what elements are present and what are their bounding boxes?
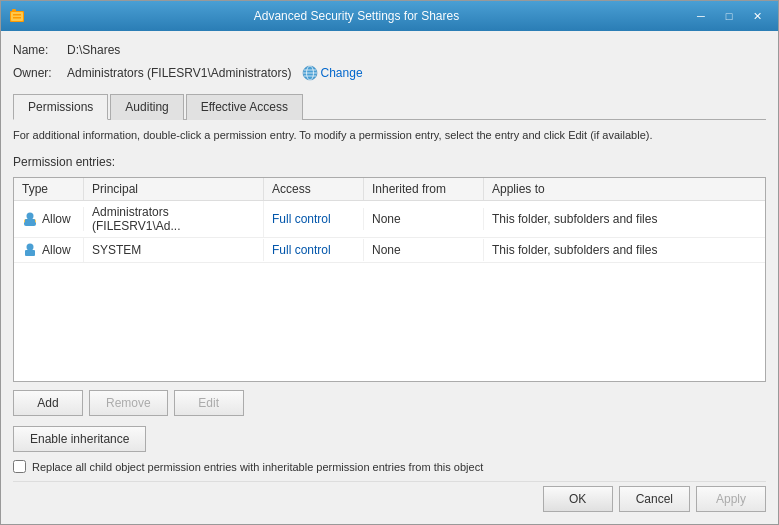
svg-point-10: [27, 213, 34, 220]
globe-icon: [302, 65, 318, 81]
row2-principal: SYSTEM: [84, 239, 264, 261]
name-value: D:\Shares: [67, 43, 120, 57]
cancel-button[interactable]: Cancel: [619, 486, 690, 512]
window-controls: ─ □ ✕: [688, 6, 770, 26]
table-row[interactable]: Allow SYSTEM Full control None This fold…: [14, 238, 765, 263]
row1-inherited: None: [364, 208, 484, 230]
footer-buttons: OK Cancel Apply: [13, 481, 766, 512]
tab-auditing[interactable]: Auditing: [110, 94, 183, 120]
row1-applies: This folder, subfolders and files: [484, 208, 765, 230]
window-title: Advanced Security Settings for Shares: [25, 9, 688, 23]
owner-row: Owner: Administrators (FILESRV1\Administ…: [13, 65, 766, 81]
row2-type: Allow: [14, 238, 84, 262]
inheritance-row: Enable inheritance: [13, 426, 766, 452]
col-header-access: Access: [264, 178, 364, 200]
checkbox-row: Replace all child object permission entr…: [13, 460, 766, 473]
name-label: Name:: [13, 43, 63, 57]
tab-permissions[interactable]: Permissions: [13, 94, 108, 120]
minimize-button[interactable]: ─: [688, 6, 714, 26]
owner-value: Administrators (FILESRV1\Administrators): [67, 66, 292, 80]
svg-rect-4: [13, 17, 21, 19]
svg-rect-14: [25, 219, 35, 225]
col-header-type: Type: [14, 178, 84, 200]
title-bar: Advanced Security Settings for Shares ─ …: [1, 1, 778, 31]
owner-label: Owner:: [13, 66, 63, 80]
name-row: Name: D:\Shares: [13, 43, 766, 57]
svg-rect-2: [11, 12, 23, 21]
main-window: Advanced Security Settings for Shares ─ …: [0, 0, 779, 525]
user-icon: [22, 211, 38, 227]
ok-button[interactable]: OK: [543, 486, 613, 512]
row2-inherited: None: [364, 239, 484, 261]
tab-bar: Permissions Auditing Effective Access: [13, 93, 766, 120]
change-label: Change: [321, 66, 363, 80]
row1-principal: Administrators (FILESRV1\Ad...: [84, 201, 264, 237]
table-row[interactable]: Allow Administrators (FILESRV1\Ad... Ful…: [14, 201, 765, 238]
row1-type: Allow: [14, 207, 84, 231]
enable-inheritance-button[interactable]: Enable inheritance: [13, 426, 146, 452]
maximize-button[interactable]: □: [716, 6, 742, 26]
permission-table: Type Principal Access Inherited from App…: [13, 177, 766, 382]
col-header-applies: Applies to: [484, 178, 765, 200]
action-buttons: Add Remove Edit: [13, 390, 766, 416]
user-icon: [22, 242, 38, 258]
dialog-content: Name: D:\Shares Owner: Administrators (F…: [1, 31, 778, 524]
svg-rect-16: [25, 250, 35, 256]
table-header: Type Principal Access Inherited from App…: [14, 178, 765, 201]
close-button[interactable]: ✕: [744, 6, 770, 26]
tab-effective-access[interactable]: Effective Access: [186, 94, 303, 120]
row2-applies: This folder, subfolders and files: [484, 239, 765, 261]
col-header-inherited: Inherited from: [364, 178, 484, 200]
svg-point-15: [27, 244, 34, 251]
remove-button[interactable]: Remove: [89, 390, 168, 416]
row2-access: Full control: [264, 239, 364, 261]
row1-access: Full control: [264, 208, 364, 230]
description-text: For additional information, double-click…: [13, 128, 766, 143]
add-button[interactable]: Add: [13, 390, 83, 416]
section-label: Permission entries:: [13, 155, 766, 169]
col-header-principal: Principal: [84, 178, 264, 200]
change-link[interactable]: Change: [302, 65, 363, 81]
svg-rect-3: [13, 14, 21, 16]
apply-button[interactable]: Apply: [696, 486, 766, 512]
checkbox-label: Replace all child object permission entr…: [32, 461, 483, 473]
replace-checkbox[interactable]: [13, 460, 26, 473]
edit-button[interactable]: Edit: [174, 390, 244, 416]
window-icon: [9, 8, 25, 24]
